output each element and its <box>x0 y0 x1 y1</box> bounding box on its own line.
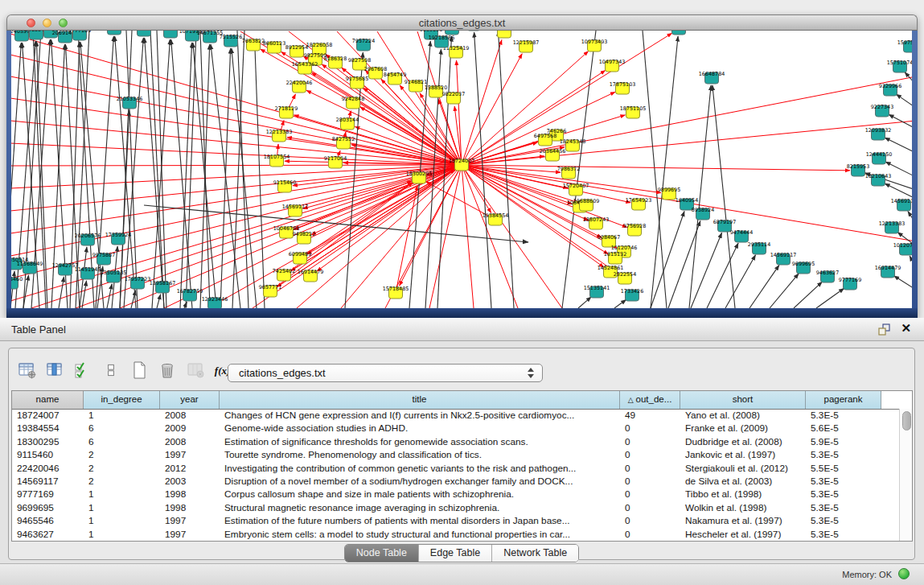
graph-node-label: 15718485 <box>383 286 409 292</box>
graph-node-label: 2522554 <box>614 271 636 278</box>
cell-pagerank: 5.9E-5 <box>806 435 881 448</box>
cell-pagerank: 5.3E-5 <box>806 409 881 422</box>
memory-indicator-icon[interactable] <box>898 568 910 579</box>
table-options-icon[interactable] <box>15 359 38 381</box>
cell-name: 9777169 <box>12 488 84 501</box>
graph-node-label: 9175685 <box>346 76 368 82</box>
table-row[interactable]: 977716911998Corpus callosum shape and si… <box>12 488 899 501</box>
graph-node[interactable] <box>446 31 459 35</box>
table-row[interactable]: 1872400712008Changes of HCN gene express… <box>12 409 899 422</box>
row-height-icon[interactable] <box>100 359 122 381</box>
column-header-pagerank[interactable]: pagerank <box>806 391 881 409</box>
column-header-name[interactable]: name <box>12 391 84 409</box>
graph-node-label: 9827508 <box>348 57 371 64</box>
cell-pagerank: 5.3E-5 <box>806 475 881 488</box>
graph-node-label: 22420046 <box>286 80 313 86</box>
graph-node-label: 10120746 <box>893 242 912 249</box>
window-titlebar[interactable]: citations_edges.txt <box>6 14 918 31</box>
cell-pagerank: 5.3E-5 <box>806 514 881 527</box>
graph-node-label: 11451945 <box>75 266 101 273</box>
table-row[interactable]: 911546021997Tourette syndrome. Phenomeno… <box>12 448 899 461</box>
cell-short: Tibbo et al. (1998) <box>680 488 806 501</box>
table-toolbar: f(x) <box>15 356 235 384</box>
graph-node-label: 9474444 <box>730 229 753 236</box>
cell-name: 9115460 <box>12 448 84 461</box>
cell-pagerank: 5.3E-5 <box>806 528 881 541</box>
table-panel-title: Table Panel <box>11 323 66 336</box>
cell-short: Yano et al. (2008) <box>680 409 806 422</box>
cell-year: 1998 <box>160 488 220 501</box>
cell-in_degree: 1 <box>84 409 160 422</box>
graph-node-label: 9115460 <box>273 179 296 186</box>
status-bar: Memory: OK <box>0 563 924 585</box>
node-table: namein_degreeyeartitle△out_de...shortpag… <box>11 390 913 542</box>
cell-title: Genome-wide association studies in ADHD. <box>220 422 620 435</box>
graph-node-label: 13505135 <box>101 270 127 276</box>
graph-node[interactable] <box>672 31 686 35</box>
show-columns-icon[interactable] <box>43 359 66 381</box>
cell-name: 18300295 <box>12 435 84 448</box>
cell-short: Franke et al. (2009) <box>680 422 806 435</box>
cell-short: de Silva et al. (2003) <box>680 475 806 488</box>
graph-node-label: 15975432 <box>897 39 912 46</box>
graph-node-label: 17359924 <box>105 232 132 238</box>
delete-table-icon[interactable] <box>156 359 179 381</box>
table-row[interactable]: 946554611997Estimation of the future num… <box>12 514 899 527</box>
table-selector-value: citations_edges.txt <box>239 367 326 379</box>
graph-node-label: 9899695 <box>658 187 680 193</box>
cell-out_degree: 0 <box>620 475 680 488</box>
graph-node[interactable] <box>138 31 151 36</box>
column-header-title[interactable]: title <box>220 391 620 409</box>
close-panel-icon[interactable]: ✕ <box>901 321 911 336</box>
cell-title: Tourette syndrome. Phenomenology and cla… <box>220 448 620 461</box>
cell-in_degree: 1 <box>84 501 160 514</box>
graph-node[interactable] <box>108 31 121 35</box>
table-type-tabs: Node TableEdge TableNetwork Table <box>9 544 914 562</box>
graph-node[interactable] <box>164 31 178 38</box>
table-row[interactable]: 2242004622012Investigating the contribut… <box>12 462 899 475</box>
graph-node-label: 7986372 <box>557 166 580 172</box>
graph-node-label: 10497343 <box>599 59 626 65</box>
column-header-year[interactable]: year <box>160 391 220 409</box>
graph-node-label: 9115460 <box>11 276 23 282</box>
cell-name: 9463627 <box>12 528 84 541</box>
tab-network-table[interactable]: Network Table <box>492 545 578 562</box>
tab-node-table[interactable]: Node Table <box>345 545 419 562</box>
cell-name: 14569117 <box>12 475 84 488</box>
graph-node[interactable] <box>498 31 511 38</box>
graph-node-label: 12213383 <box>266 129 293 135</box>
scrollbar-thumb[interactable] <box>902 411 911 431</box>
window-bottom-bar <box>6 308 918 318</box>
cell-in_degree: 1 <box>84 528 160 541</box>
graph-node-label: 11568649 <box>17 261 43 267</box>
graph-node-label: 9777169 <box>839 277 861 283</box>
vertical-scrollbar[interactable] <box>899 409 912 541</box>
select-columns-icon[interactable] <box>72 359 94 381</box>
cell-year: 2008 <box>160 409 220 422</box>
table-row[interactable]: 1938455462009Genome-wide association stu… <box>12 422 899 435</box>
cell-title: Changes of HCN gene expression and I(f) … <box>220 409 620 422</box>
table-selector-dropdown[interactable]: citations_edges.txt <box>228 364 543 382</box>
cell-short: Dudbridge et al. (2008) <box>680 435 806 448</box>
graph-node-label: 1615132 <box>604 251 626 257</box>
graph-node-label: 13958167 <box>150 280 176 286</box>
table-row[interactable]: 1830029562008Estimation of significance … <box>12 435 899 448</box>
cell-in_degree: 2 <box>84 448 160 461</box>
graph-node-label: 16648784 <box>699 71 725 77</box>
cell-out_degree: 0 <box>620 448 680 461</box>
network-canvas[interactable]: 1872400786601237663822891295418226058982… <box>11 31 912 308</box>
table-row[interactable]: 1456911722003Disruption of a novel membe… <box>12 475 899 488</box>
tab-edge-table[interactable]: Edge Table <box>419 545 492 562</box>
table-row[interactable]: 969969511998Structural magnetic resonanc… <box>12 501 899 514</box>
graph-node-label: 2718129 <box>275 105 298 112</box>
cell-year: 1997 <box>160 448 220 461</box>
graph-node-label: 2803144 <box>336 117 359 123</box>
column-header-short[interactable]: short <box>680 391 806 409</box>
graph-node-label: 8660123 <box>263 40 285 47</box>
table-row[interactable]: 946362711997Embryonic stem cells: a mode… <box>12 528 899 541</box>
new-table-icon[interactable] <box>128 359 150 381</box>
cell-short: Stergiakouli et al. (2012) <box>680 462 806 475</box>
column-header-out_degree[interactable]: △out_de... <box>620 391 680 409</box>
column-header-in_degree[interactable]: in_degree <box>84 391 160 409</box>
float-window-icon[interactable] <box>877 323 890 336</box>
